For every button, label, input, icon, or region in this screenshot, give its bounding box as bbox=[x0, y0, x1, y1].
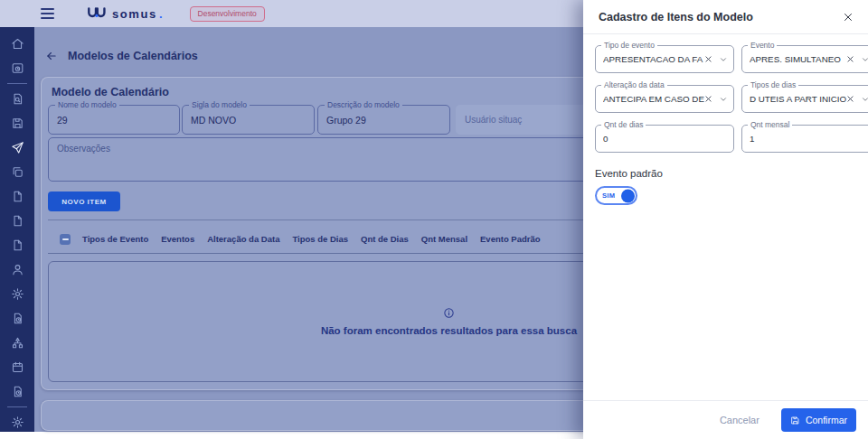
field-label: Alteração da data bbox=[601, 80, 667, 89]
home-icon bbox=[11, 37, 24, 51]
person-icon bbox=[11, 263, 24, 276]
evento-padrao-toggle[interactable]: SIM bbox=[595, 186, 637, 205]
close-button[interactable] bbox=[841, 10, 855, 24]
table-columns: Tipos de EventoEventosAlteração da DataT… bbox=[82, 234, 541, 244]
chevron-down-icon[interactable] bbox=[719, 95, 728, 104]
empty-message: Não foram encontrados resultados para es… bbox=[321, 325, 577, 336]
chevron-down-icon[interactable] bbox=[861, 95, 868, 104]
clear-icon[interactable] bbox=[846, 95, 854, 103]
field-value: Grupo 29 bbox=[326, 115, 366, 126]
field-value: D UTEIS A PART INICIO bbox=[750, 94, 846, 104]
sidebar-item-person[interactable] bbox=[0, 257, 34, 282]
qnt-mensal-input[interactable]: Qnt mensal 1 bbox=[741, 125, 868, 153]
cancel-button[interactable]: Cancelar bbox=[720, 415, 760, 425]
sidebar-item-copy[interactable] bbox=[0, 160, 34, 184]
sidebar-item-hierarchy[interactable] bbox=[0, 331, 34, 355]
chevron-down-icon[interactable] bbox=[719, 55, 728, 64]
file-clock-icon bbox=[11, 385, 24, 398]
column-header: Eventos bbox=[161, 234, 194, 244]
panel-clock-icon bbox=[11, 61, 24, 75]
sidebar-item-send[interactable] bbox=[0, 135, 34, 160]
sidebar-item-file-search[interactable] bbox=[0, 87, 34, 111]
save-icon bbox=[790, 416, 800, 425]
sidebar bbox=[0, 27, 34, 432]
sidebar-item-save[interactable] bbox=[0, 111, 34, 135]
sidebar-item-home[interactable] bbox=[0, 32, 34, 56]
field-value: 29 bbox=[57, 115, 68, 126]
sidebar-footer bbox=[0, 404, 34, 437]
column-header: Qnt Mensal bbox=[421, 234, 467, 244]
drawer-title: Cadastro de Itens do Modelo bbox=[599, 11, 753, 23]
card-title: Modelo de Calendário bbox=[52, 86, 169, 98]
novo-item-button[interactable]: NOVO ITEM bbox=[48, 191, 120, 211]
file-clock-icon bbox=[11, 312, 24, 325]
field-label: Descrição do modelo bbox=[325, 100, 402, 109]
sidebar-item-calendar[interactable] bbox=[0, 355, 34, 379]
field-label: Sigla do modelo bbox=[189, 100, 250, 109]
sidebar-item-gear[interactable] bbox=[0, 282, 34, 306]
field-value: MD NOVO bbox=[191, 115, 236, 126]
logo-dot: . bbox=[159, 7, 163, 21]
sidebar-item-file-clock[interactable] bbox=[0, 379, 34, 404]
clear-icon[interactable] bbox=[846, 55, 854, 63]
close-icon bbox=[843, 12, 854, 23]
field-label: Evento bbox=[748, 41, 777, 50]
select-all-checkbox[interactable] bbox=[60, 234, 71, 245]
column-header: Evento Padrão bbox=[480, 234, 541, 244]
field-label: Usuário situaç bbox=[465, 115, 522, 125]
confirm-button[interactable]: Confirmar bbox=[781, 408, 856, 432]
sidebar-nav bbox=[0, 32, 34, 404]
toggle-value: SIM bbox=[602, 191, 615, 200]
tipo-de-evento-select[interactable]: Tipo de evento APRESENTACAO DA FA bbox=[595, 45, 734, 73]
field-value: APRES. SIMULTANEO bbox=[750, 54, 846, 64]
clear-icon[interactable] bbox=[704, 95, 712, 103]
evento-padrao-section: Evento padrão SIM bbox=[595, 168, 856, 205]
sidebar-item-file-clock[interactable] bbox=[0, 306, 34, 331]
environment-badge: Desenvolvimento bbox=[190, 6, 265, 22]
descricao-do-modelo-field[interactable]: Descrição do modelo Grupo 29 bbox=[317, 105, 450, 135]
tipos-de-dias-select[interactable]: Tipos de dias D UTEIS A PART INICIO bbox=[741, 85, 868, 113]
back-button[interactable] bbox=[45, 50, 58, 62]
drawer-header: Cadastro de Itens do Modelo bbox=[583, 0, 868, 34]
somus-logo-icon bbox=[87, 7, 107, 20]
file-search-icon bbox=[11, 92, 24, 106]
field-label: Tipos de dias bbox=[748, 80, 798, 89]
sidebar-item-settings[interactable] bbox=[0, 410, 34, 434]
sidebar-divider bbox=[7, 406, 27, 407]
breadcrumb: Modelos de Calendários bbox=[45, 50, 198, 62]
field-value: ANTECIPA EM CASO DE bbox=[603, 94, 704, 104]
hamburger-menu-icon[interactable] bbox=[41, 8, 54, 19]
field-label: Tipo de evento bbox=[601, 41, 657, 50]
alteracao-da-data-select[interactable]: Alteração da data ANTECIPA EM CASO DE bbox=[595, 85, 734, 113]
field-value: 1 bbox=[750, 134, 868, 144]
send-icon bbox=[11, 141, 24, 154]
sidebar-divider bbox=[7, 83, 27, 84]
info-icon bbox=[443, 307, 455, 319]
evento-padrao-label: Evento padrão bbox=[595, 168, 856, 179]
copy-icon bbox=[11, 165, 24, 179]
field-value: APRESENTACAO DA FA bbox=[603, 54, 704, 64]
brand-logo: somus. bbox=[87, 7, 163, 21]
column-header: Qnt de Dias bbox=[361, 234, 409, 244]
evento-select[interactable]: Evento APRES. SIMULTANEO bbox=[741, 45, 868, 73]
file-icon bbox=[11, 214, 24, 228]
file-icon bbox=[11, 238, 24, 252]
file-icon bbox=[11, 190, 24, 203]
sidebar-item-file[interactable] bbox=[0, 233, 34, 257]
confirm-label: Confirmar bbox=[806, 415, 847, 425]
nome-do-modelo-field[interactable]: Nome do modelo 29 bbox=[48, 105, 180, 135]
sidebar-item-panel-clock[interactable] bbox=[0, 56, 34, 80]
calendar-icon bbox=[11, 360, 24, 374]
save-icon bbox=[11, 117, 24, 130]
chevron-down-icon[interactable] bbox=[861, 55, 868, 64]
qnt-de-dias-input[interactable]: Qnt de dias 0 bbox=[595, 125, 734, 153]
sigla-do-modelo-field[interactable]: Sigla do modelo MD NOVO bbox=[182, 105, 315, 135]
clear-icon[interactable] bbox=[704, 55, 712, 63]
drawer-footer: Cancelar Confirmar bbox=[583, 400, 868, 439]
field-value: 0 bbox=[603, 134, 728, 144]
sidebar-item-file[interactable] bbox=[0, 209, 34, 233]
column-header: Tipos de Dias bbox=[292, 234, 348, 244]
app-window: somus. Desenvolvimento Modelos de Calend… bbox=[0, 0, 868, 439]
gear-icon bbox=[11, 416, 24, 429]
sidebar-item-file[interactable] bbox=[0, 184, 34, 209]
